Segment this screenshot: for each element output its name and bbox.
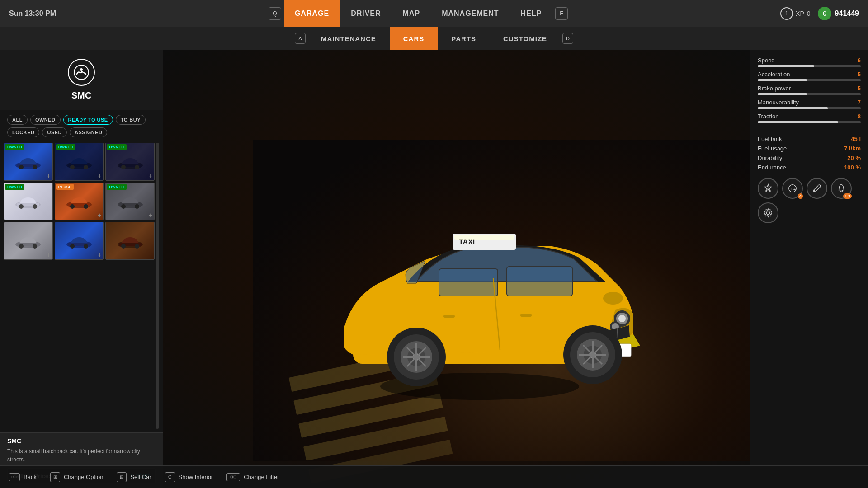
nav-tab-management[interactable]: MANAGEMENT — [431, 0, 509, 27]
smc-logo-icon — [72, 63, 90, 81]
back-action[interactable]: ESC Back — [9, 473, 37, 481]
change-filter-action[interactable]: ⊟⊟ Change Filter — [226, 473, 279, 481]
car-cell-2[interactable]: OWNED + — [55, 143, 104, 181]
car-cell-4[interactable]: OWNED — [4, 183, 53, 221]
fuel-usage-value: 7 l/km — [844, 145, 861, 152]
car-badge-5: IN USE — [56, 184, 74, 190]
filter-ready-to-use[interactable]: READY TO USE — [63, 115, 113, 125]
stat-speed-label: Speed — [758, 57, 775, 64]
sub-tab-parts[interactable]: PARTS — [438, 27, 490, 50]
svg-rect-77 — [520, 314, 532, 317]
tuning-icon-btn[interactable]: A — [758, 178, 778, 199]
filter-locked[interactable]: LOCKED — [7, 127, 39, 137]
nav-tab-driver[interactable]: DRIVER — [340, 0, 392, 27]
nav-tab-help[interactable]: HELP — [510, 0, 553, 27]
sub-nav-left-key: A — [295, 33, 306, 44]
car-cell-8[interactable]: + — [55, 222, 104, 260]
info-stat-durability: Durability 20 % — [758, 155, 861, 161]
car-cell-3[interactable]: OWNED + — [105, 143, 155, 181]
svg-point-33 — [84, 244, 88, 249]
svg-point-29 — [33, 244, 37, 249]
car-cell-7[interactable]: + — [4, 222, 53, 260]
sub-tab-customize[interactable]: CUSTOMIZE — [490, 27, 561, 50]
svg-point-20 — [70, 204, 75, 209]
nav-tab-garage[interactable]: GARAGE — [284, 0, 340, 27]
brand-logo — [68, 59, 95, 86]
car-cell-9[interactable] — [105, 222, 155, 260]
svg-point-28 — [19, 244, 24, 249]
sell-car-label: Sell Car — [130, 474, 151, 480]
bottom-bar: ESC Back ⊞ Change Option ⊞ Sell Car C Sh… — [0, 465, 868, 488]
filter-assigned[interactable]: ASSIGNED — [70, 127, 107, 137]
settings-icon-btn[interactable] — [807, 178, 827, 199]
svg-point-4 — [19, 165, 24, 169]
left-panel: SMC ALL OWNED READY TO USE TO BUY LOCKED… — [0, 50, 163, 488]
svg-text:L4: L4 — [791, 187, 796, 191]
car-grid: OWNED + OWNED + OWNED — [4, 143, 155, 429]
change-filter-label: Change Filter — [244, 474, 279, 480]
change-option-action[interactable]: ⊞ Change Option — [50, 472, 103, 482]
fuel-tank-label: Fuel tank — [758, 136, 782, 142]
stat-traction-label: Traction — [758, 113, 778, 120]
sub-nav-right-key: D — [562, 33, 573, 44]
wrench-icon — [812, 183, 822, 193]
nav-tab-map[interactable]: MAP — [392, 0, 431, 27]
gear-icon — [763, 208, 773, 218]
level-icon: L4 — [788, 183, 797, 193]
car-cell-5[interactable]: IN USE + — [55, 183, 104, 221]
stat-speed-fill — [758, 65, 814, 67]
sub-nav: A MAINTENANCE CARS PARTS CUSTOMIZE D — [0, 27, 868, 50]
nav-left-key: Q — [269, 7, 281, 20]
money-amount: 941449 — [835, 9, 859, 18]
level-icon-btn[interactable]: L4 4 — [782, 178, 803, 199]
filter-all[interactable]: ALL — [7, 115, 28, 125]
stat-brake-label: Brake power — [758, 85, 791, 92]
svg-text:A: A — [767, 187, 769, 189]
stat-maneuver-value: 7 — [858, 99, 861, 106]
main-content: SMC ALL OWNED READY TO USE TO BUY LOCKED… — [0, 50, 868, 488]
stat-maneuver-label: Maneuverability — [758, 99, 799, 106]
car-plus-5: + — [98, 211, 101, 219]
svg-point-84 — [766, 211, 769, 214]
sell-car-action[interactable]: ⊞ Sell Car — [117, 472, 151, 482]
sub-tab-cars[interactable]: CARS — [390, 27, 438, 50]
car-cell-1[interactable]: OWNED + — [4, 143, 53, 181]
stat-accel-value: 5 — [858, 71, 861, 78]
notification-icon-btn[interactable]: 1.3 — [831, 178, 852, 199]
nav-right: 1 XP 0 € 941449 — [780, 7, 859, 20]
durability-value: 20 % — [847, 155, 861, 161]
car-badge-3: OWNED — [107, 144, 126, 150]
svg-point-45 — [618, 315, 626, 322]
car-cell-6[interactable]: OWNED + — [105, 183, 155, 221]
svg-point-25 — [135, 204, 139, 209]
filter-owned[interactable]: OWNED — [30, 115, 61, 125]
money-display: € 941449 — [818, 7, 859, 20]
nav-right-key: E — [555, 7, 568, 20]
car-grid-container: OWNED + OWNED + OWNED — [0, 139, 163, 432]
stat-row-brake: Brake power 5 — [758, 85, 861, 95]
stat-maneuver-fill — [758, 107, 828, 109]
car-badge-6: OWNED — [107, 184, 126, 190]
gear-icon-btn[interactable] — [758, 202, 778, 223]
svg-point-5 — [33, 165, 37, 169]
svg-point-83 — [814, 190, 816, 192]
show-interior-action[interactable]: C Show Interior — [165, 472, 213, 482]
tuning-icon: A — [763, 183, 773, 193]
sub-tab-maintenance[interactable]: MAINTENANCE — [307, 27, 390, 50]
filter-used[interactable]: USED — [42, 127, 67, 137]
car-grid-scrollbar[interactable] — [156, 143, 159, 429]
car-badge-2: OWNED — [56, 144, 75, 150]
svg-point-21 — [84, 204, 88, 209]
svg-point-37 — [135, 244, 139, 249]
notification-badge: 1.3 — [843, 193, 852, 199]
action-icons-row: A L4 4 1.3 — [758, 178, 861, 223]
stat-row-acceleration: Acceleration 5 — [758, 71, 861, 81]
fuel-tank-value: 45 l — [851, 136, 861, 142]
car-thumb-9 — [106, 222, 154, 259]
sell-car-key: ⊞ — [117, 472, 127, 482]
svg-point-16 — [19, 204, 24, 209]
stats-divider — [758, 130, 861, 130]
svg-rect-78 — [443, 315, 455, 318]
filter-to-buy[interactable]: TO BUY — [116, 115, 146, 125]
stat-traction-fill — [758, 121, 838, 123]
